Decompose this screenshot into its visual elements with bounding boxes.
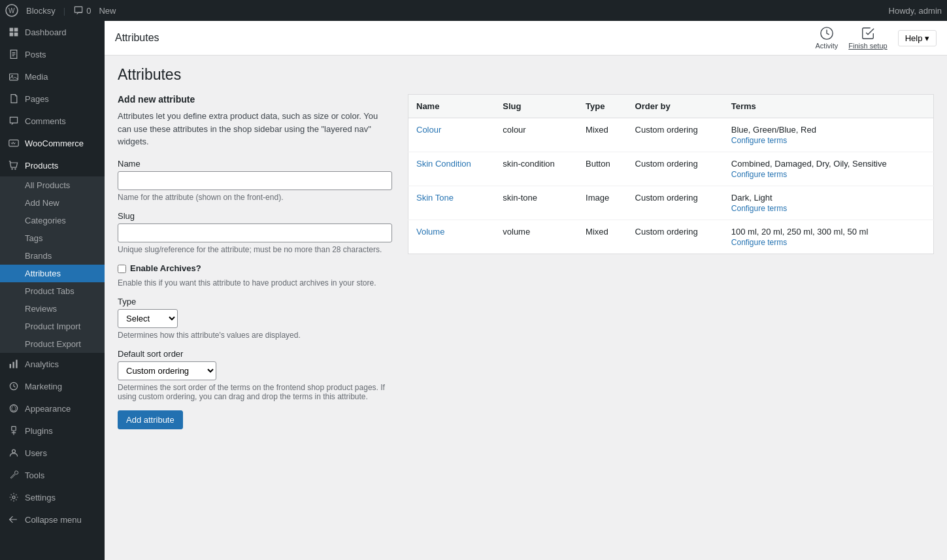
link-name-0[interactable]: Colour [416,125,441,135]
sidebar-item-settings[interactable]: Settings [0,486,105,508]
collapse-label: Collapse menu [25,515,82,525]
name-hint: Name for the attribute (shown on the fro… [118,193,392,202]
cell-name-1: Skin Condition [408,152,495,186]
products-icon [8,159,20,171]
col-name: Name [408,95,495,118]
enable-archives-label: Enable Archives? [130,263,201,273]
table-head: Name Slug Type Order by Terms [408,95,934,118]
sidebar-item-all-products[interactable]: All Products [0,176,105,194]
wp-logo-link[interactable]: W [5,4,18,17]
sidebar-item-collapse[interactable]: Collapse menu [0,508,105,531]
top-bar-title: Attributes [115,32,159,44]
cell-order-2: Custom ordering [627,186,723,220]
sidebar-item-attributes[interactable]: Attributes [0,265,105,282]
activity-button[interactable]: Activity [815,26,838,50]
configure-terms-link-2[interactable]: Configure terms [731,204,925,213]
sidebar-item-marketing[interactable]: Marketing [0,375,105,397]
collapse-icon [8,514,20,525]
add-attribute-button[interactable]: Add attribute [118,410,183,429]
form-section-title: Add new attribute [118,94,392,105]
media-icon [8,71,20,82]
content-area: Attributes Add new attribute Attributes … [105,56,947,440]
product-export-label: Product Export [25,339,81,349]
name-input[interactable] [118,171,392,190]
table-header-row: Name Slug Type Order by Terms [408,95,934,118]
cell-order-3: Custom ordering [627,220,723,254]
settings-label: Settings [25,493,56,502]
help-button[interactable]: Help ▾ [898,30,937,46]
cell-name-3: Volume [408,220,495,254]
new-content-link[interactable]: New [99,6,116,16]
enable-archives-checkbox[interactable] [118,265,126,273]
sidebar-item-users[interactable]: Users [0,442,105,464]
sidebar-item-add-new[interactable]: Add New [0,194,105,212]
sidebar-item-pages[interactable]: Pages [0,88,105,110]
table-row: Skin Toneskin-toneImageCustom orderingDa… [408,186,934,220]
sidebar-item-comments[interactable]: Comments [0,110,105,132]
cell-name-0: Colour [408,118,495,152]
svg-point-13 [14,168,16,169]
sidebar-item-appearance[interactable]: Appearance [0,397,105,420]
configure-terms-link-1[interactable]: Configure terms [731,170,925,179]
sort-order-label: Default sort order [118,349,392,359]
tags-label: Tags [25,233,42,243]
form-description: Attributes let you define extra product … [118,110,392,148]
sidebar-item-reviews[interactable]: Reviews [0,300,105,318]
sidebar-item-products[interactable]: Products [0,154,105,176]
comments-sidebar-icon [8,115,20,127]
comments-link[interactable]: 0 [73,5,91,16]
site-name-link[interactable]: Blocksy [26,6,56,16]
sidebar-label-pages: Pages [25,94,49,104]
wp-logo-icon: W [5,4,18,17]
slug-hint: Unique slug/reference for the attribute;… [118,245,392,254]
slug-label: Slug [118,211,392,221]
table-row: VolumevolumeMixedCustom ordering100 ml, … [408,220,934,254]
svg-point-19 [12,450,16,453]
configure-terms-link-3[interactable]: Configure terms [731,238,925,247]
cell-slug-0: colour [495,118,578,152]
posts-icon [8,48,20,60]
svg-point-10 [11,75,12,76]
sidebar-item-product-import[interactable]: Product Import [0,318,105,335]
link-name-1[interactable]: Skin Condition [416,159,471,169]
type-select[interactable]: Select Text Button Image Color Radio [118,309,178,328]
site-name: Blocksy [26,6,56,16]
cell-type-2: Image [578,186,627,220]
svg-rect-4 [10,33,14,37]
type-label: Type [118,297,392,306]
sidebar-item-categories[interactable]: Categories [0,212,105,229]
cell-name-2: Skin Tone [408,186,495,220]
svg-rect-18 [12,427,16,431]
sidebar-item-dashboard[interactable]: Dashboard [0,21,105,43]
svg-rect-14 [10,364,11,368]
subheader: Attributes Activity Finish setup Help ▾ [105,21,947,56]
sidebar-item-product-export[interactable]: Product Export [0,335,105,353]
sidebar-item-product-tabs[interactable]: Product Tabs [0,282,105,300]
sidebar-item-tools[interactable]: Tools [0,464,105,486]
cell-slug-3: volume [495,220,578,254]
svg-rect-5 [14,33,18,37]
type-field: Type Select Text Button Image Color Radi… [118,297,392,340]
sort-order-select[interactable]: Custom ordering Name Name (numeric) Term… [118,361,216,380]
cell-terms-0: Blue, Green/Blue, RedConfigure terms [723,118,934,152]
howdy-text: Howdy, admin [889,6,942,16]
sidebar-item-plugins[interactable]: Plugins [0,420,105,442]
finish-setup-button[interactable]: Finish setup [848,26,887,50]
link-name-3[interactable]: Volume [416,227,444,237]
tools-icon [8,469,20,481]
sidebar-item-media[interactable]: Media [0,65,105,88]
sidebar-label-woocommerce: WooCommerce [25,139,84,148]
col-order-by: Order by [627,95,723,118]
configure-terms-link-0[interactable]: Configure terms [731,136,925,145]
sidebar-item-woocommerce[interactable]: WooCommerce [0,132,105,154]
content-grid: Add new attribute Attributes let you def… [118,94,934,429]
finish-setup-label: Finish setup [848,42,887,50]
slug-input[interactable] [118,223,392,242]
link-name-2[interactable]: Skin Tone [416,193,454,203]
sidebar-item-brands[interactable]: Brands [0,247,105,265]
sidebar-item-tags[interactable]: Tags [0,229,105,247]
form-panel: Add new attribute Attributes let you def… [118,94,392,429]
product-tabs-label: Product Tabs [25,286,75,296]
sidebar-item-posts[interactable]: Posts [0,43,105,65]
sidebar-item-analytics[interactable]: Analytics [0,353,105,375]
